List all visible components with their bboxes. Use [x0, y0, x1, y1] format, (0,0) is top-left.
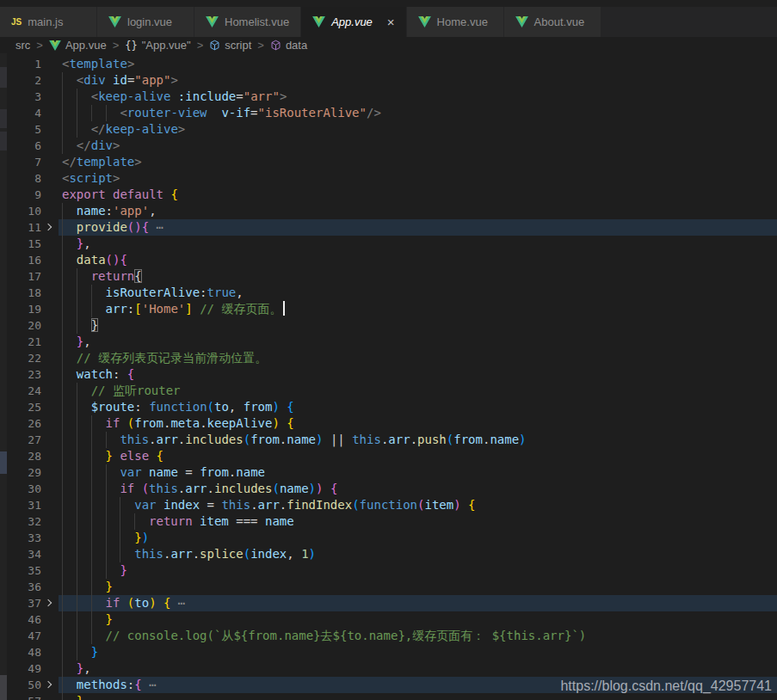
- line-number[interactable]: 37: [7, 595, 41, 611]
- line-number[interactable]: 5: [7, 121, 41, 138]
- line-number[interactable]: 20: [7, 317, 41, 334]
- code-text[interactable]: </div>: [59, 138, 777, 154]
- code-line-36[interactable]: 36}: [0, 579, 777, 595]
- fold-chevron-icon[interactable]: [41, 219, 59, 236]
- code-line-22[interactable]: 22// 缓存列表页记录当前滑动位置。: [0, 350, 777, 366]
- line-number[interactable]: 25: [7, 399, 41, 415]
- line-number[interactable]: 36: [7, 579, 41, 595]
- code-line-30[interactable]: 30if (this.arr.includes(name)) {: [0, 481, 777, 497]
- line-number[interactable]: 21: [7, 334, 41, 350]
- tab-login-vue[interactable]: login.vue: [97, 7, 194, 37]
- fold-chevron-icon[interactable]: [41, 595, 59, 611]
- tab-about-vue[interactable]: About.vue: [504, 7, 601, 37]
- line-number[interactable]: 10: [7, 203, 41, 219]
- line-number[interactable]: 17: [7, 268, 41, 285]
- code-text[interactable]: return{: [59, 268, 777, 285]
- code-line-20[interactable]: 20}: [0, 317, 777, 334]
- code-line-57[interactable]: 57}: [0, 693, 777, 700]
- line-number[interactable]: 24: [7, 383, 41, 399]
- code-line-28[interactable]: 28} else {: [0, 448, 777, 464]
- code-line-32[interactable]: 32return item === name: [0, 513, 777, 530]
- line-number[interactable]: 57: [7, 693, 41, 700]
- line-number[interactable]: 2: [7, 72, 41, 89]
- code-line-21[interactable]: 21},: [0, 334, 777, 350]
- code-text[interactable]: }: [59, 644, 777, 660]
- code-text[interactable]: name:'app',: [59, 203, 777, 219]
- line-number[interactable]: 4: [7, 105, 41, 121]
- tab-home-vue[interactable]: Home.vue: [407, 7, 503, 37]
- line-number[interactable]: 23: [7, 366, 41, 383]
- code-line-19[interactable]: 19arr:['Home'] // 缓存页面。: [0, 301, 777, 317]
- tab-app-vue[interactable]: App.vue ×: [301, 7, 405, 37]
- line-number[interactable]: 7: [7, 154, 41, 170]
- code-line-23[interactable]: 23watch: {: [0, 366, 777, 383]
- line-number[interactable]: 6: [7, 138, 41, 154]
- code-line-34[interactable]: 34this.arr.splice(index, 1): [0, 546, 777, 562]
- code-text[interactable]: var index = this.arr.findIndex(function(…: [59, 497, 777, 513]
- code-text[interactable]: if (from.meta.keepAlive) {: [59, 415, 777, 432]
- code-line-15[interactable]: 15},: [0, 236, 777, 252]
- code-line-24[interactable]: 24// 监听router: [0, 383, 777, 399]
- fold-chevron-icon[interactable]: [41, 677, 59, 693]
- line-number[interactable]: 32: [7, 513, 41, 530]
- code-line-6[interactable]: 6</div>: [0, 138, 777, 154]
- breadcrumb-item-appvue-object[interactable]: {} "App.vue": [125, 39, 190, 52]
- code-text[interactable]: this.arr.includes(from.name) || this.arr…: [59, 432, 777, 448]
- code-text[interactable]: }: [59, 317, 777, 334]
- line-number[interactable]: 11: [7, 219, 41, 236]
- code-text[interactable]: }): [59, 530, 777, 546]
- code-line-1[interactable]: 1<template>: [0, 56, 777, 72]
- code-text[interactable]: // 缓存列表页记录当前滑动位置。: [59, 350, 777, 366]
- code-text[interactable]: }: [59, 562, 777, 579]
- line-number[interactable]: 46: [7, 611, 41, 628]
- code-text[interactable]: </keep-alive>: [59, 121, 777, 138]
- line-number[interactable]: 35: [7, 562, 41, 579]
- line-number[interactable]: 15: [7, 236, 41, 252]
- code-line-18[interactable]: 18isRouterAlive:true,: [0, 285, 777, 301]
- breadcrumb-item-appvue[interactable]: App.vue: [49, 39, 107, 52]
- line-number[interactable]: 16: [7, 252, 41, 268]
- code-text[interactable]: }: [59, 611, 777, 628]
- code-text[interactable]: export default {: [59, 187, 777, 203]
- code-text[interactable]: },: [59, 236, 777, 252]
- code-text[interactable]: arr:['Home'] // 缓存页面。: [59, 301, 777, 317]
- code-line-10[interactable]: 10name:'app',: [0, 203, 777, 219]
- code-line-2[interactable]: 2<div id="app">: [0, 72, 777, 89]
- code-line-27[interactable]: 27this.arr.includes(from.name) || this.a…: [0, 432, 777, 448]
- code-text[interactable]: <template>: [59, 56, 777, 72]
- breadcrumb-item-script[interactable]: script: [209, 39, 251, 52]
- line-number[interactable]: 22: [7, 350, 41, 366]
- line-number[interactable]: 48: [7, 644, 41, 660]
- code-line-3[interactable]: 3<keep-alive :include="arr">: [0, 89, 777, 105]
- code-line-26[interactable]: 26if (from.meta.keepAlive) {: [0, 415, 777, 432]
- code-text[interactable]: },: [59, 334, 777, 350]
- line-number[interactable]: 18: [7, 285, 41, 301]
- line-number[interactable]: 47: [7, 628, 41, 644]
- code-line-7[interactable]: 7</template>: [0, 154, 777, 170]
- code-text[interactable]: provide(){ ⋯: [59, 219, 777, 236]
- code-line-35[interactable]: 35}: [0, 562, 777, 579]
- code-line-33[interactable]: 33}): [0, 530, 777, 546]
- code-line-25[interactable]: 25$route: function(to, from) {: [0, 399, 777, 415]
- line-number[interactable]: 49: [7, 660, 41, 677]
- code-line-8[interactable]: 8<script>: [0, 170, 777, 187]
- breadcrumb-item-src[interactable]: src: [15, 39, 30, 52]
- code-text[interactable]: data(){: [59, 252, 777, 268]
- tab-homelist-vue[interactable]: Homelist.vue: [194, 7, 300, 37]
- code-line-9[interactable]: 9export default {: [0, 187, 777, 203]
- code-line-31[interactable]: 31var index = this.arr.findIndex(functio…: [0, 497, 777, 513]
- code-line-49[interactable]: 49},: [0, 660, 777, 677]
- line-number[interactable]: 28: [7, 448, 41, 464]
- code-line-46[interactable]: 46}: [0, 611, 777, 628]
- code-text[interactable]: <router-view v-if="isRouterAlive"/>: [59, 105, 777, 121]
- line-number[interactable]: 31: [7, 497, 41, 513]
- code-text[interactable]: if (this.arr.includes(name)) {: [59, 481, 777, 497]
- line-number[interactable]: 8: [7, 170, 41, 187]
- line-number[interactable]: 50: [7, 677, 41, 693]
- code-text[interactable]: // 监听router: [59, 383, 777, 399]
- code-text[interactable]: isRouterAlive:true,: [59, 285, 777, 301]
- code-text[interactable]: // console.log(`从${from.name}去${to.name}…: [59, 628, 777, 644]
- code-text[interactable]: <div id="app">: [59, 72, 777, 89]
- code-line-4[interactable]: 4<router-view v-if="isRouterAlive"/>: [0, 105, 777, 121]
- line-number[interactable]: 26: [7, 415, 41, 432]
